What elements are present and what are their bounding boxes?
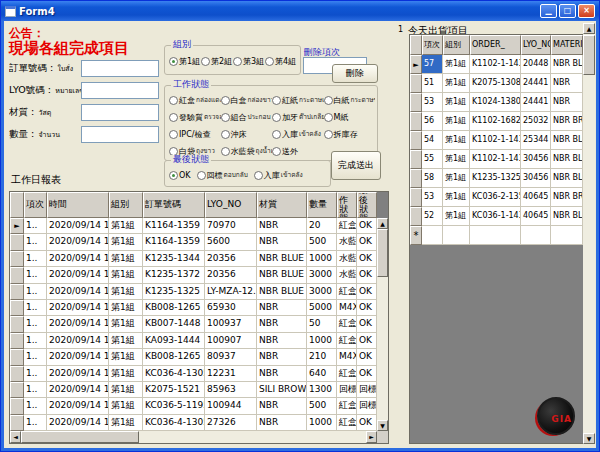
cell[interactable]: 2020/09/14 1.. — [47, 415, 109, 431]
cell[interactable]: 65930 — [205, 300, 257, 316]
cell[interactable]: 第1組 — [443, 55, 470, 74]
cell[interactable] — [551, 226, 583, 245]
cell[interactable]: 80937 — [205, 349, 257, 365]
cell[interactable]: K1102-1682 — [470, 112, 521, 131]
cell[interactable]: 紅盒.. — [337, 218, 357, 234]
cell[interactable]: 25344 — [521, 131, 551, 150]
cell[interactable]: 第1組 — [109, 415, 143, 431]
cell[interactable]: 2020/09/14 1.. — [47, 284, 109, 300]
cell[interactable]: 第1組 — [443, 169, 470, 188]
radio-work-12[interactable]: 拆庫存 — [324, 126, 376, 142]
cell[interactable]: 紅盒.. — [337, 398, 357, 414]
cell[interactable]: 500 — [307, 234, 337, 250]
row-header[interactable] — [410, 112, 422, 131]
cell[interactable]: 第1組 — [109, 382, 143, 398]
cell[interactable]: 20 — [307, 218, 337, 234]
scroll-up-icon[interactable]: ▲ — [583, 23, 595, 34]
cell[interactable]: 54 — [422, 131, 443, 150]
cell[interactable]: 58 — [422, 169, 443, 188]
cell[interactable]: 1.. — [24, 382, 47, 398]
cell[interactable]: 第1組 — [443, 188, 470, 207]
cell[interactable]: KC036-4-1305 — [143, 415, 205, 431]
column-header[interactable]: ORDER_ — [470, 35, 521, 55]
cell[interactable]: 2020/09/14 1.. — [47, 267, 109, 283]
row-header[interactable] — [410, 150, 422, 169]
cell[interactable]: OK — [357, 234, 377, 250]
row-header[interactable] — [410, 93, 422, 112]
row-header[interactable] — [10, 234, 24, 250]
titlebar[interactable]: Form4 ▁ □ × — [1, 1, 599, 21]
cell[interactable]: NBR BLUE — [551, 169, 583, 188]
cell[interactable]: LY-MZA-12.. — [205, 284, 257, 300]
delete-button[interactable]: 刪除 — [332, 64, 378, 83]
cell[interactable]: 回標.. — [337, 382, 357, 398]
column-header[interactable]: 組別 — [109, 192, 143, 218]
scroll-up-icon[interactable]: ▲ — [377, 218, 388, 229]
row-header[interactable]: ► — [10, 218, 24, 234]
cell[interactable]: OK — [357, 267, 377, 283]
cell[interactable]: 210 — [307, 349, 337, 365]
cell[interactable]: NBR BLUE — [257, 267, 307, 283]
radio-work-7[interactable]: 加牙ต๊าปเกลียว — [272, 109, 324, 125]
radio-final-2[interactable]: 回標ตอบกลับ — [197, 170, 248, 181]
cell[interactable]: NBR BLUE — [551, 131, 583, 150]
column-header[interactable]: 工作狀態 — [337, 192, 357, 218]
cell[interactable]: 2020/09/14 1.. — [47, 349, 109, 365]
cell[interactable]: K1102-1-1432 — [470, 150, 521, 169]
cell[interactable]: NBR BLUE — [551, 150, 583, 169]
cell[interactable]: OK — [357, 284, 377, 300]
cell[interactable]: 5600 — [205, 234, 257, 250]
cell[interactable]: 水藍.. — [337, 267, 357, 283]
cell[interactable]: 1.. — [24, 218, 47, 234]
cell[interactable]: NBR — [257, 366, 307, 382]
scroll-thumb[interactable] — [583, 35, 595, 75]
cell[interactable]: 53 — [422, 93, 443, 112]
cell[interactable]: OK — [357, 366, 377, 382]
cell[interactable]: 第1組 — [443, 93, 470, 112]
quantity-input[interactable] — [81, 126, 159, 143]
cell[interactable]: K2075-1521 — [143, 382, 205, 398]
cell[interactable]: OK — [357, 333, 377, 349]
cell[interactable]: 2020/09/14 1.. — [47, 398, 109, 414]
cell[interactable]: 水藍.. — [337, 234, 357, 250]
cell[interactable]: NBR BROWN — [551, 188, 583, 207]
cell[interactable]: K1235-1344 — [143, 251, 205, 267]
cell[interactable]: NBR — [257, 218, 307, 234]
cell[interactable]: 第1組 — [109, 398, 143, 414]
cell[interactable] — [470, 226, 521, 245]
cell[interactable]: 1.. — [24, 349, 47, 365]
column-header[interactable]: LYO_NO — [521, 35, 551, 55]
radio-work-15[interactable]: 送外 — [272, 143, 324, 159]
cell[interactable]: OK — [357, 415, 377, 431]
cell[interactable]: 30456 — [521, 169, 551, 188]
cell[interactable]: OK — [357, 300, 377, 316]
radio-work-14[interactable]: 水藍袋ถุงน้ำเงิน — [221, 143, 273, 159]
daily-grid-hscrollbar[interactable]: ◄ ► — [10, 431, 377, 443]
cell[interactable]: 40645 — [521, 207, 551, 226]
cell[interactable]: 紅盒.. — [337, 316, 357, 332]
cell[interactable]: 第1組 — [109, 234, 143, 250]
cell[interactable]: 2020/09/14 1.. — [47, 251, 109, 267]
cell[interactable]: NBR — [257, 398, 307, 414]
cell[interactable]: 水藍.. — [337, 251, 357, 267]
cell[interactable]: NBR — [551, 93, 583, 112]
close-button[interactable]: × — [578, 4, 595, 18]
cell[interactable]: KB008-1265 — [143, 300, 205, 316]
column-header[interactable]: 最後狀態 — [357, 192, 377, 218]
cell[interactable]: 1000 — [307, 251, 337, 267]
row-header[interactable] — [10, 284, 24, 300]
maximize-button[interactable]: □ — [559, 4, 576, 18]
cell[interactable]: 回標.. — [357, 382, 377, 398]
scroll-left-icon[interactable]: ◄ — [10, 431, 21, 443]
cell[interactable]: 2020/09/14 1.. — [47, 316, 109, 332]
scroll-down-icon[interactable]: ▼ — [583, 433, 595, 444]
row-header[interactable] — [10, 333, 24, 349]
cell[interactable]: 12231 — [205, 366, 257, 382]
cell[interactable]: 紅盒.. — [337, 366, 357, 382]
cell[interactable]: 55 — [422, 150, 443, 169]
cell[interactable]: NBR — [257, 415, 307, 431]
row-header[interactable] — [10, 300, 24, 316]
cell[interactable] — [521, 226, 551, 245]
new-row[interactable]: * — [410, 226, 583, 245]
cell[interactable]: 85963 — [205, 382, 257, 398]
